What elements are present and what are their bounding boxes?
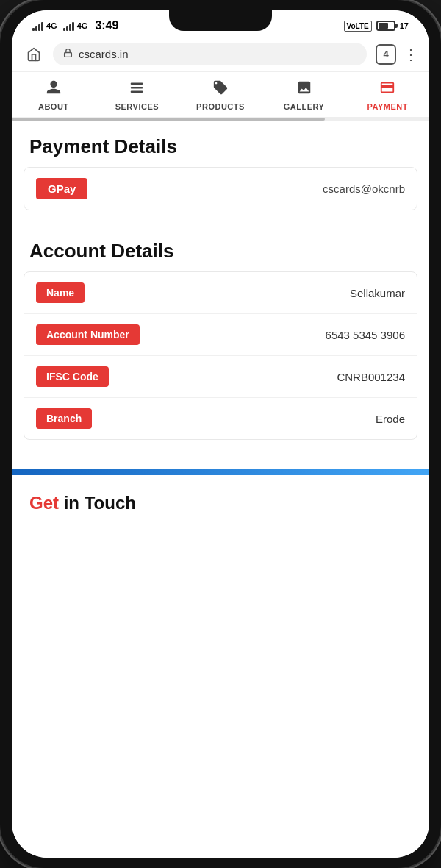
account-number-row: Account Number 6543 5345 3906 [24,314,417,356]
nav-tab-products[interactable]: PRODUCTS [179,72,262,117]
gallery-icon [296,79,312,99]
in-touch-text: in Touch [59,493,136,513]
bar5 [63,28,65,31]
bar2 [35,26,37,31]
svg-rect-2 [131,87,143,88]
battery-percent: 17 [400,21,409,30]
nav-tab-gallery-label: GALLERY [284,102,325,111]
name-row: Name Sellakumar [24,272,417,314]
scroll-indicator [12,118,429,121]
volte-label: VoLTE [344,21,372,32]
products-icon [212,79,229,99]
scroll-thumb [12,118,325,121]
nav-tab-products-label: PRODUCTS [196,102,245,111]
name-value: Sellakumar [350,287,405,299]
branch-value: Erode [376,413,405,425]
gpay-card: GPay cscards@okcnrb [24,167,417,210]
signal-bars-1 [32,21,43,31]
account-details-card: Name Sellakumar Account Number 6543 5345… [24,271,417,440]
address-bar[interactable]: cscards.in [53,43,367,65]
ifsc-row: IFSC Code CNRB001234 [24,356,417,398]
ifsc-value: CNRB001234 [337,371,405,383]
svg-rect-3 [131,91,143,93]
browser-bar: cscards.in 4 ⋮ [12,37,429,72]
notch [169,10,272,31]
bar4 [41,22,43,31]
about-icon [46,79,62,99]
bar8 [72,22,74,31]
phone-frame: 4G 4G 3:49 VoLTE 17 [0,0,441,868]
nav-tab-about[interactable]: ABOUT [12,72,96,117]
nav-tab-gallery[interactable]: GALLERY [262,72,346,117]
svg-rect-0 [65,52,72,57]
account-number-value: 6543 5345 3906 [326,329,405,341]
gpay-label: GPay [36,178,87,199]
get-text: Get [29,493,59,513]
status-left: 4G 4G 3:49 [32,19,118,32]
phone-screen: 4G 4G 3:49 VoLTE 17 [12,10,429,858]
browser-actions: 4 ⋮ [376,44,417,65]
nav-tabs: ABOUT SERVICES PRODUCTS [12,72,429,118]
signal-bars-2 [63,21,74,31]
battery-fill [379,23,388,29]
gpay-row: GPay cscards@okcnrb [24,168,417,210]
account-section-title: Account Details [12,225,429,271]
battery-icon [376,21,395,31]
branch-row: Branch Erode [24,398,417,439]
status-time: 3:49 [95,19,118,32]
divider-bar [12,469,429,475]
nav-tab-services[interactable]: SERVICES [96,72,179,117]
signal-label-2: 4G [77,21,88,30]
payment-section-title: Payment Details [12,121,429,167]
menu-button[interactable]: ⋮ [404,46,417,63]
nav-tab-about-label: ABOUT [38,102,69,111]
signal-label-1: 4G [46,21,57,30]
bar1 [32,28,35,31]
nav-tab-services-label: SERVICES [115,102,159,111]
bar3 [38,24,40,31]
branch-label: Branch [36,408,92,429]
gpay-value: cscards@okcnrb [323,182,405,195]
status-right: VoLTE 17 [344,21,409,32]
get-in-touch: Get in Touch [12,475,429,525]
account-number-label: Account Number [36,324,140,345]
home-button[interactable] [24,44,44,65]
ifsc-label: IFSC Code [36,366,109,387]
svg-rect-1 [131,83,143,85]
services-icon [129,79,145,99]
page-content[interactable]: Payment Details GPay cscards@okcnrb Acco… [12,121,429,858]
name-label: Name [36,282,85,303]
url-text: cscards.in [79,48,129,60]
nav-tab-payment[interactable]: PAYMENT [345,72,429,117]
lock-icon [63,48,73,60]
bar6 [66,26,68,31]
tab-count[interactable]: 4 [376,44,396,65]
payment-icon [379,79,395,99]
nav-tab-payment-label: PAYMENT [367,102,407,111]
bar7 [69,24,71,31]
